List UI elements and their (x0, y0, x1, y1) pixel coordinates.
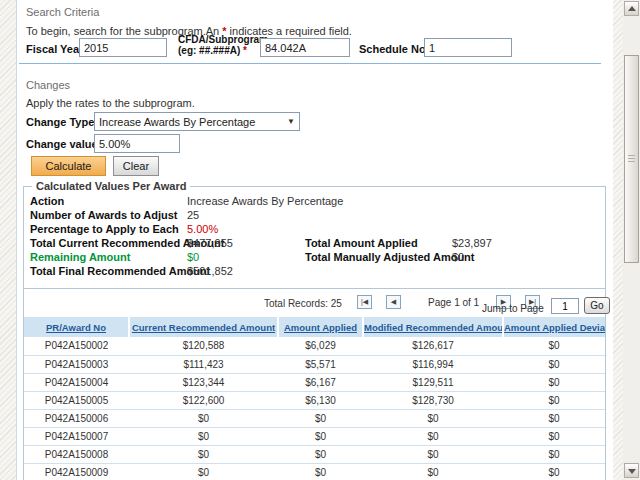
header-modified-recommended-amount[interactable]: Modified Recommended Amount (363, 317, 503, 337)
table-cell: $0 (363, 427, 503, 445)
change-value-input[interactable] (94, 134, 180, 153)
up-arrow-icon (628, 6, 636, 11)
schedule-no-input[interactable] (424, 38, 512, 57)
content-area: Search Criteria To begin, search for the… (16, 0, 613, 480)
table-row: P042A150005$122,600$6,130$128,730$0 (24, 391, 605, 409)
table-cell: $0 (278, 427, 363, 445)
table-cell: $120,588 (129, 337, 278, 355)
table-cell: $0 (503, 463, 605, 480)
table-cell: P042A150008 (24, 445, 129, 463)
vertical-scrollbar[interactable] (623, 0, 640, 480)
table-cell: $6,167 (278, 373, 363, 391)
table-cell: $0 (278, 409, 363, 427)
change-value-label: Change value* (26, 138, 102, 150)
scroll-down-button[interactable] (624, 463, 639, 478)
table-row: P042A150004$123,344$6,167$129,511$0 (24, 373, 605, 391)
table-cell: $0 (129, 409, 278, 427)
fiscal-year-label-text: Fiscal Year (26, 43, 83, 55)
award-table-body: P042A150002$120,588$6,029$126,617$0P042A… (24, 337, 605, 480)
table-cell: P042A150005 (24, 391, 129, 409)
table-cell: $0 (278, 445, 363, 463)
table-cell: $5,571 (278, 355, 363, 373)
table-cell: $0 (503, 409, 605, 427)
table-cell: P042A150009 (24, 463, 129, 480)
calculated-values-legend: Calculated Values Per Award (32, 180, 190, 192)
table-cell: $0 (129, 463, 278, 480)
clear-button[interactable]: Clear (113, 156, 159, 176)
awards-table: PR/Award No Current Recommended Amount A… (24, 317, 605, 480)
number-awards-value: 25 (187, 209, 199, 221)
table-cell: $0 (503, 427, 605, 445)
calculate-button[interactable]: Calculate (31, 156, 106, 176)
total-manually-adjusted-value: $0 (452, 251, 464, 263)
total-amount-applied-value: $23,897 (452, 237, 492, 249)
scroll-up-button[interactable] (624, 1, 639, 16)
section-divider (19, 63, 601, 64)
schedule-no-label-text: Schedule No (359, 43, 426, 55)
header-pr-award-no[interactable]: PR/Award No (24, 317, 129, 337)
table-cell: $0 (278, 463, 363, 480)
table-cell: $122,600 (129, 391, 278, 409)
table-cell: $0 (503, 373, 605, 391)
awards-table-header: PR/Award No Current Recommended Amount A… (24, 317, 605, 337)
cfda-label-line1: CFDA/Subprogram (178, 34, 268, 45)
table-cell: $0 (129, 445, 278, 463)
cfda-required-asterisk: * (243, 45, 247, 56)
chevron-down-icon: ▼ (283, 117, 295, 126)
cfda-subprogram-input[interactable] (260, 38, 350, 57)
table-cell: P042A150003 (24, 355, 129, 373)
header-amount-applied-deviation[interactable]: Amount Applied Deviation (503, 317, 605, 337)
schedule-no-label: Schedule No* (359, 43, 430, 55)
jump-to-page-label: Jump to Page (482, 303, 544, 314)
thumb-grip-icon (628, 155, 635, 162)
table-cell: $0 (503, 337, 605, 355)
table-cell: $0 (129, 427, 278, 445)
change-type-select[interactable]: Increase Awards By Percentage ▼ (94, 112, 300, 131)
change-type-selected-value: Increase Awards By Percentage (99, 116, 283, 128)
total-final-recommended-value: $501,852 (187, 265, 233, 277)
table-cell: $0 (503, 391, 605, 409)
go-button[interactable]: Go (584, 297, 610, 314)
scroll-thumb[interactable] (624, 55, 639, 263)
percentage-label: Percentage to Apply to Each (30, 223, 179, 235)
table-cell: $129,511 (363, 373, 503, 391)
table-cell: P042A150006 (24, 409, 129, 427)
previous-page-button[interactable]: ◀ (386, 295, 401, 309)
awards-table-panel: Total Records: 25 |◀ ◀ Page 1 of 1 ▶ ▶| … (23, 289, 606, 480)
jump-to-page-input[interactable] (551, 298, 579, 314)
remaining-amount-value: $0 (187, 251, 199, 263)
table-cell: $111,423 (129, 355, 278, 373)
header-current-recommended-amount[interactable]: Current Recommended Amount (129, 317, 278, 337)
table-cell: $128,730 (363, 391, 503, 409)
table-cell: $0 (363, 463, 503, 480)
table-row: P042A150007$0$0$0$0 (24, 427, 605, 445)
table-cell: $0 (503, 445, 605, 463)
change-value-label-text: Change value (26, 138, 98, 150)
change-type-label: Change Type* (26, 116, 99, 128)
action-label: Action (30, 195, 64, 207)
fiscal-year-input[interactable] (79, 38, 167, 57)
changes-title: Changes (26, 79, 70, 91)
table-cell: $123,344 (129, 373, 278, 391)
table-cell: $126,617 (363, 337, 503, 355)
number-awards-label: Number of Awards to Adjust (30, 209, 178, 221)
total-final-recommended-label: Total Final Recommended Amount (30, 265, 210, 277)
cfda-subprogram-label: CFDA/Subprogram (eg: ##.###A) * (178, 34, 268, 56)
first-page-button[interactable]: |◀ (357, 295, 372, 309)
table-cell: $0 (363, 409, 503, 427)
cfda-label-line2-text: (eg: ##.###A) (178, 45, 243, 56)
total-manually-adjusted-label: Total Manually Adjusted Amount (305, 251, 474, 263)
action-value: Increase Awards By Percentage (187, 195, 343, 207)
table-cell: $116,994 (363, 355, 503, 373)
table-row: P042A150009$0$0$0$0 (24, 463, 605, 480)
table-cell: $0 (503, 355, 605, 373)
search-criteria-title: Search Criteria (26, 6, 99, 18)
calculated-values-fieldset: Calculated Values Per Award Action Incre… (23, 186, 606, 289)
table-row: P042A150002$120,588$6,029$126,617$0 (24, 337, 605, 355)
header-amount-applied[interactable]: Amount Applied (278, 317, 363, 337)
table-cell: $6,029 (278, 337, 363, 355)
page-indicator: Page 1 of 1 (428, 297, 479, 308)
table-cell: $0 (363, 445, 503, 463)
table-cell: P042A150004 (24, 373, 129, 391)
total-records-label: Total Records: 25 (264, 298, 342, 309)
